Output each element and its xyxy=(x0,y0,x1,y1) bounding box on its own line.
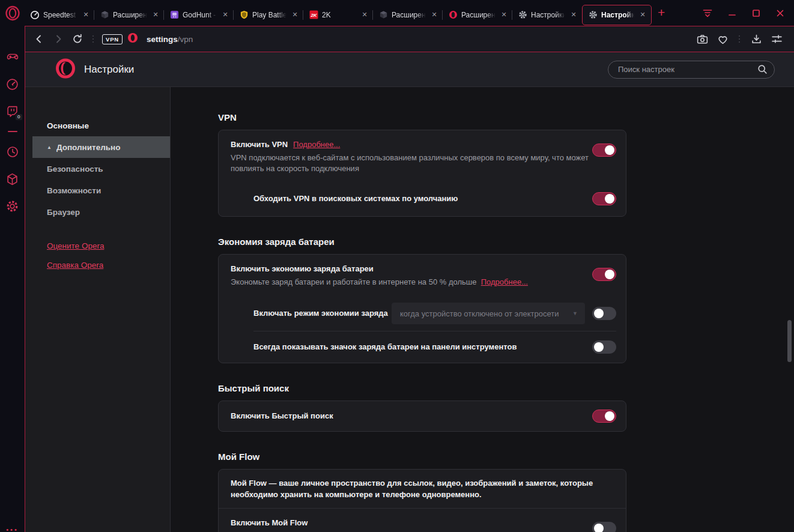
vpn-badge[interactable]: VPN xyxy=(102,34,123,44)
tab-menu-icon[interactable] xyxy=(702,7,714,19)
toolbar-right-icons xyxy=(693,30,786,48)
forward-button[interactable] xyxy=(49,30,67,48)
settings-nav: Основные ▲ Дополнительно Безопасность Во… xyxy=(25,87,171,532)
settings-page: Настройки Основные ▲ Дополнительно Безоп… xyxy=(25,52,794,532)
battery-icon-label: Всегда показывать значок заряда батареи … xyxy=(253,342,592,352)
tab-label: Настройки xyxy=(601,11,635,19)
nav-item-security[interactable]: Безопасность xyxy=(25,158,170,180)
back-button[interactable] xyxy=(30,30,48,48)
maximize-button[interactable] xyxy=(751,8,762,19)
battery-learn-more-link[interactable]: Подробнее... xyxy=(481,277,528,286)
gx-corner-gamepad-icon[interactable] xyxy=(5,50,20,64)
easy-setup-sliders-icon[interactable] xyxy=(768,30,786,48)
tab-extensions-1[interactable]: Расширени ✕ xyxy=(94,5,164,25)
history-clock-icon[interactable] xyxy=(5,145,20,159)
tab-close-icon[interactable]: ✕ xyxy=(500,11,508,19)
battery-mode-toggle[interactable] xyxy=(592,307,616,320)
tab-label: Play Battle P xyxy=(252,11,287,19)
extensions-cube-icon[interactable] xyxy=(5,172,20,186)
enable-vpn-toggle[interactable] xyxy=(592,144,616,157)
svg-text:2K: 2K xyxy=(310,13,317,18)
address-toolbar: VPN settings/vpn xyxy=(25,26,794,52)
nav-item-advanced[interactable]: ▲ Дополнительно xyxy=(32,136,170,158)
nav-item-general[interactable]: Основные xyxy=(25,115,170,136)
godhunt-favicon-icon xyxy=(169,10,179,20)
address-url[interactable]: settings/vpn xyxy=(147,35,193,44)
new-tab-button[interactable]: + xyxy=(652,5,671,21)
nav-item-features[interactable]: Возможности xyxy=(25,180,170,201)
tab-settings-1[interactable]: Настройки ✕ xyxy=(512,5,582,25)
tab-extensions-3[interactable]: Расширени ✕ xyxy=(443,5,512,25)
tab-2k[interactable]: 2K 2K ✕ xyxy=(303,5,373,25)
2k-favicon-icon: 2K xyxy=(309,10,318,20)
enable-vpn-description: VPN подключается к веб-сайтам с использо… xyxy=(231,153,592,174)
rail-more-icon[interactable]: ••• xyxy=(6,526,19,532)
opera-gx-logo-icon[interactable] xyxy=(0,5,25,22)
tab-close-icon[interactable]: ✕ xyxy=(360,11,369,19)
battery-mode-value: когда устройство отключено от электросет… xyxy=(400,309,568,318)
shield-favicon-icon xyxy=(239,10,249,20)
tab-close-icon[interactable]: ✕ xyxy=(221,11,229,19)
enable-quick-search-toggle[interactable] xyxy=(592,410,616,423)
tab-list: Speedtest b ✕ Расширени ✕ GodHunt - T ✕ xyxy=(25,0,671,26)
tab-close-icon[interactable]: ✕ xyxy=(569,11,578,19)
tab-extensions-2[interactable]: Расширени ✕ xyxy=(373,5,443,25)
opera-site-icon xyxy=(127,32,138,46)
battery-mode-label: Включать режим экономии заряда xyxy=(253,308,392,319)
rate-opera-link[interactable]: Оцените Opera xyxy=(25,236,170,255)
gx-control-gauge-icon[interactable] xyxy=(5,77,20,91)
flow-description: Мой Flow — ваше личное пространство для … xyxy=(231,477,616,500)
tab-label: 2K xyxy=(322,11,357,19)
tab-godhunt[interactable]: GodHunt - T ✕ xyxy=(164,5,234,25)
gear-favicon-icon xyxy=(518,10,527,20)
enable-flow-label: Включить Мой Flow xyxy=(231,518,308,527)
battery-mode-select[interactable]: когда устройство отключено от электросет… xyxy=(392,303,585,324)
battery-card: Включить экономию заряда батареи Экономь… xyxy=(218,254,626,363)
tab-label: Расширени xyxy=(113,11,148,19)
tab-close-icon[interactable]: ✕ xyxy=(82,11,90,19)
reload-button[interactable] xyxy=(68,30,86,48)
extension-cube-favicon-icon xyxy=(100,10,109,20)
twitch-icon[interactable]: 0 xyxy=(5,104,20,118)
tab-label: Настройки xyxy=(531,11,566,19)
page-title: Настройки xyxy=(84,64,134,76)
settings-search[interactable] xyxy=(608,61,775,79)
tab-speedtest[interactable]: Speedtest b ✕ xyxy=(25,5,94,25)
toolbar-separator xyxy=(88,35,98,43)
section-heading-vpn: VPN xyxy=(218,112,626,122)
scrollbar-thumb[interactable] xyxy=(787,320,792,362)
nav-item-browser[interactable]: Браузер xyxy=(25,201,170,223)
downloads-icon[interactable] xyxy=(747,30,765,48)
url-path: /vpn xyxy=(178,35,193,44)
enable-quick-search-label: Включить Быстрый поиск xyxy=(231,411,592,422)
tab-close-icon[interactable]: ✕ xyxy=(291,11,299,19)
vpn-card: Включить VPN Подробнее... VPN подключает… xyxy=(218,130,626,217)
enable-flow-toggle[interactable] xyxy=(592,522,616,532)
gear-favicon-icon xyxy=(588,10,598,20)
toolbar-separator xyxy=(734,35,745,43)
search-icon xyxy=(757,64,768,75)
tab-label: Расширени xyxy=(392,11,426,19)
tab-close-icon[interactable]: ✕ xyxy=(151,11,160,19)
tab-close-icon[interactable]: ✕ xyxy=(638,11,647,19)
vpn-learn-more-link[interactable]: Подробнее... xyxy=(293,140,340,149)
tab-settings-active[interactable]: Настройки ✕ xyxy=(582,5,652,25)
bypass-vpn-toggle[interactable] xyxy=(592,192,616,205)
settings-gear-icon[interactable] xyxy=(5,199,20,213)
close-window-button[interactable] xyxy=(775,8,786,19)
bookmark-heart-icon[interactable] xyxy=(714,30,732,48)
settings-search-input[interactable] xyxy=(618,65,757,74)
snapshot-camera-icon[interactable] xyxy=(693,30,711,48)
bypass-vpn-label: Обходить VPN в поисковых системах по умо… xyxy=(253,193,592,204)
enable-battery-saver-toggle[interactable] xyxy=(592,268,616,281)
battery-icon-toggle[interactable] xyxy=(592,340,616,354)
minimize-button[interactable] xyxy=(727,8,738,19)
settings-content: VPN Включить VPN Подробнее... VPN подклю… xyxy=(171,87,794,532)
section-heading-flow: Мой Flow xyxy=(218,452,626,462)
tab-close-icon[interactable]: ✕ xyxy=(430,11,438,19)
link-label: Оцените Opera xyxy=(47,241,104,250)
help-opera-link[interactable]: Справка Opera xyxy=(25,255,170,274)
tab-play-battle[interactable]: Play Battle P ✕ xyxy=(234,5,303,25)
tab-bar: Speedtest b ✕ Расширени ✕ GodHunt - T ✕ xyxy=(0,0,794,26)
tab-label: Расширени xyxy=(461,11,496,19)
